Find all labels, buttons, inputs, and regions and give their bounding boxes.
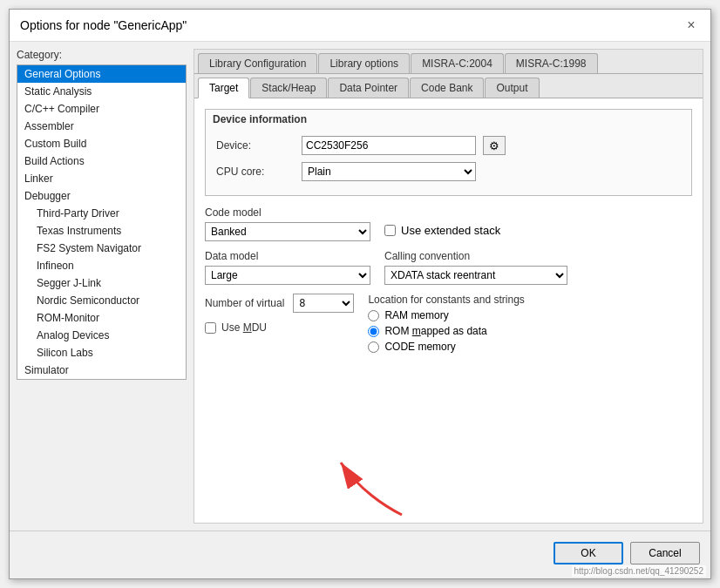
calling-convention-label: Calling convention bbox=[384, 250, 567, 262]
title-bar: Options for node "GenericApp" × bbox=[10, 10, 710, 42]
sidebar-item-rom-monitor[interactable]: ROM-Monitor bbox=[17, 309, 186, 327]
dialog-body: Category: General OptionsStatic Analysis… bbox=[10, 42, 710, 531]
virtual-registers-section: Number of virtual 8 16 32 Use MDU bbox=[205, 294, 354, 334]
tabs-row-1: Library ConfigurationLibrary optionsMISR… bbox=[194, 50, 703, 74]
mdu-label: Use MDU bbox=[221, 321, 267, 334]
device-label: Device: bbox=[216, 139, 295, 152]
location-radio-1[interactable]: ROM mapped as data bbox=[368, 325, 692, 337]
main-content: Library ConfigurationLibrary optionsMISR… bbox=[194, 49, 703, 524]
sidebar-item-silicon-labs[interactable]: Silicon Labs bbox=[17, 344, 186, 362]
device-info-title: Device information bbox=[206, 110, 691, 129]
browse-icon: ⚙ bbox=[489, 139, 499, 152]
location-radio-group: RAM memoryROM mapped as dataCODE memory bbox=[368, 309, 692, 353]
data-model-section: Data model Large Small Generic Far gener… bbox=[205, 250, 370, 285]
sidebar-item-linker[interactable]: Linker bbox=[17, 170, 186, 187]
tabs-row-2: TargetStack/HeapData PointerCode BankOut… bbox=[194, 74, 703, 98]
virtual-label: Number of virtual bbox=[205, 297, 284, 309]
category-label: Category: bbox=[17, 49, 187, 61]
location-radio-input-1[interactable] bbox=[368, 326, 379, 337]
options-dialog: Options for node "GenericApp" × Category… bbox=[9, 9, 711, 579]
sidebar-item-debugger[interactable]: Debugger bbox=[17, 187, 186, 205]
tab-data-pointer[interactable]: Data Pointer bbox=[328, 78, 409, 98]
tab-misra-c-1998[interactable]: MISRA-C:1998 bbox=[505, 53, 598, 73]
sidebar-item-general-options[interactable]: General Options bbox=[17, 65, 186, 83]
tab-code-bank[interactable]: Code Bank bbox=[410, 78, 484, 98]
tab-misra-c-2004[interactable]: MISRA-C:2004 bbox=[411, 53, 504, 73]
virtual-row: Number of virtual 8 16 32 bbox=[205, 294, 354, 313]
sidebar-item-assembler[interactable]: Assembler bbox=[17, 118, 186, 135]
device-input[interactable] bbox=[302, 136, 476, 155]
device-row: Device: ⚙ bbox=[216, 136, 681, 155]
tab-stack-heap[interactable]: Stack/Heap bbox=[250, 78, 327, 98]
ok-button[interactable]: OK bbox=[554, 542, 623, 564]
sidebar-item-build-actions[interactable]: Build Actions bbox=[17, 152, 186, 170]
virtual-registers-select[interactable]: 8 16 32 bbox=[293, 294, 354, 313]
watermark: http://blog.csdn.net/qq_41290252 bbox=[572, 565, 706, 577]
sidebar-item-analog-devices[interactable]: Analog Devices bbox=[17, 327, 186, 344]
mdu-row: Use MDU bbox=[205, 321, 354, 334]
cancel-button[interactable]: Cancel bbox=[630, 542, 700, 564]
close-button[interactable]: × bbox=[683, 17, 700, 34]
location-radio-2[interactable]: CODE memory bbox=[368, 341, 692, 353]
cpu-row: CPU core: Plain Enhanced bbox=[216, 162, 681, 181]
sidebar-item-segger-j-link[interactable]: Segger J-Link bbox=[17, 274, 186, 292]
sidebar-item-nordic-semiconductor[interactable]: Nordic Semiconductor bbox=[17, 292, 186, 309]
device-browse-button[interactable]: ⚙ bbox=[483, 136, 506, 155]
sidebar-item-custom-build[interactable]: Custom Build bbox=[17, 135, 186, 152]
location-constants-title: Location for constants and strings bbox=[368, 294, 692, 306]
calling-convention-select[interactable]: XDATA stack reentrant IDATA stack reentr… bbox=[384, 266, 567, 285]
code-model-label: Code model bbox=[205, 206, 370, 219]
tab-library-options[interactable]: Library options bbox=[318, 53, 410, 73]
sidebar: Category: General OptionsStatic Analysis… bbox=[17, 49, 187, 524]
data-model-select[interactable]: Large Small Generic Far generic Far Huge bbox=[205, 266, 370, 285]
sidebar-item-c/c++-compiler[interactable]: C/C++ Compiler bbox=[17, 100, 186, 118]
sidebar-item-static-analysis[interactable]: Static Analysis bbox=[17, 83, 186, 100]
location-radio-0[interactable]: RAM memory bbox=[368, 309, 692, 321]
location-constants-section: Location for constants and strings RAM m… bbox=[368, 294, 692, 353]
sidebar-item-texas-instruments[interactable]: Texas Instruments bbox=[17, 222, 186, 240]
extended-stack-row: Use extended stack bbox=[384, 206, 500, 237]
mdu-checkbox[interactable] bbox=[205, 322, 216, 334]
location-radio-input-2[interactable] bbox=[368, 341, 379, 353]
location-radio-input-0[interactable] bbox=[368, 310, 379, 321]
cpu-label: CPU core: bbox=[216, 166, 295, 178]
code-model-select[interactable]: Banked Near Banked extended2 Far bbox=[205, 222, 370, 241]
sidebar-item-simulator[interactable]: Simulator bbox=[17, 362, 186, 379]
cpu-select[interactable]: Plain Enhanced bbox=[302, 162, 476, 181]
sidebar-item-infineon[interactable]: Infineon bbox=[17, 257, 186, 274]
device-info-content: Device: ⚙ CPU core: Plain Enhanced bbox=[206, 129, 691, 195]
tab-content: Device information Device: ⚙ CPU core: bbox=[194, 98, 703, 523]
tab-library-configuration[interactable]: Library Configuration bbox=[198, 53, 317, 73]
dialog-title: Options for node "GenericApp" bbox=[20, 18, 187, 32]
code-model-section: Code model Banked Near Banked extended2 … bbox=[205, 206, 370, 241]
calling-convention-section: Calling convention XDATA stack reentrant… bbox=[384, 250, 567, 285]
extended-stack-checkbox[interactable] bbox=[384, 225, 396, 236]
tab-target[interactable]: Target bbox=[198, 78, 249, 98]
extended-stack-label: Use extended stack bbox=[401, 224, 500, 237]
data-model-label: Data model bbox=[205, 250, 370, 262]
sidebar-item-third-party-driver[interactable]: Third-Party Driver bbox=[17, 205, 186, 222]
sidebar-item-fs2-system-navigator[interactable]: FS2 System Navigator bbox=[17, 240, 186, 257]
tab-output[interactable]: Output bbox=[485, 78, 539, 98]
sidebar-list: General OptionsStatic AnalysisC/C++ Comp… bbox=[17, 64, 187, 380]
device-info-section: Device information Device: ⚙ CPU core: bbox=[205, 109, 692, 196]
